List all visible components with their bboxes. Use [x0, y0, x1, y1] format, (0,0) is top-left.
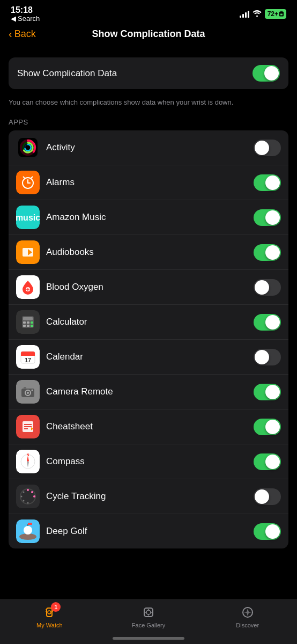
app-icon-camera-remote: [16, 380, 40, 404]
app-icon-activity: [16, 136, 40, 159]
app-row-deep-golf[interactable]: Deep Golf: [9, 514, 288, 548]
discover-icon: [240, 605, 255, 620]
toggle-thumb-calculator: [265, 315, 280, 330]
app-list: Activity Alarms music Amazon Music Audio…: [9, 130, 288, 548]
apps-section-header: APPS: [0, 116, 297, 130]
app-icon-compass: N: [16, 450, 40, 473]
svg-point-60: [23, 492, 25, 493]
svg-point-73: [48, 611, 51, 614]
app-name-calendar: Calendar: [46, 352, 247, 362]
toggle-thumb: [264, 66, 279, 80]
battery-indicator: 72+: [265, 9, 286, 19]
app-row-audiobooks[interactable]: Audiobooks: [9, 235, 288, 270]
app-name-activity: Activity: [46, 142, 247, 153]
toggle-calculator[interactable]: [254, 314, 281, 331]
app-icon-deep-golf: [16, 519, 40, 543]
svg-rect-31: [31, 325, 33, 327]
main-toggle-label: Show Complication Data: [17, 68, 117, 79]
toggle-thumb-camera-remote: [265, 385, 280, 399]
home-indicator: [113, 637, 184, 640]
status-time: 15:18: [11, 6, 33, 14]
toggle-blood-oxygen[interactable]: [254, 279, 281, 296]
back-chevron-icon: ‹: [9, 28, 12, 40]
back-button[interactable]: ‹ Back: [9, 28, 36, 40]
toggle-audiobooks[interactable]: [254, 244, 281, 261]
tab-discover[interactable]: Discover: [198, 604, 297, 628]
app-name-blood-oxygen: Blood Oxygen: [46, 282, 247, 292]
svg-rect-28: [31, 321, 33, 324]
status-left: 15:18 ◀ Search: [11, 6, 40, 23]
toggle-compass[interactable]: [254, 453, 281, 470]
app-row-calculator[interactable]: Calculator: [9, 305, 288, 340]
my-watch-badge: 1: [51, 602, 61, 612]
svg-point-42: [32, 390, 33, 391]
app-name-cycle-tracking: Cycle Tracking: [46, 491, 247, 502]
app-icon-alarms: [16, 171, 40, 194]
app-row-blood-oxygen[interactable]: Blood Oxygen: [9, 270, 288, 305]
app-name-alarms: Alarms: [46, 177, 247, 188]
svg-rect-54: [16, 485, 40, 508]
face-gallery-icon: [141, 605, 156, 620]
app-row-amazon-music[interactable]: music Amazon Music: [9, 200, 288, 235]
svg-text:N: N: [26, 453, 29, 457]
toggle-cheatsheet[interactable]: [254, 419, 281, 435]
toggle-alarms[interactable]: [254, 174, 281, 191]
svg-rect-25: [23, 317, 33, 320]
toggle-thumb-activity: [255, 141, 269, 155]
app-name-deep-golf: Deep Golf: [46, 526, 247, 537]
toggle-thumb-cycle-tracking: [255, 489, 269, 504]
app-icon-audiobooks: [16, 240, 40, 264]
app-icon-cheatsheet: [16, 415, 40, 438]
app-name-compass: Compass: [46, 456, 247, 467]
svg-rect-41: [24, 387, 26, 389]
svg-point-75: [146, 610, 151, 614]
svg-text:music: music: [16, 213, 40, 222]
app-name-cheatsheet: Cheatsheet: [46, 421, 247, 432]
status-right: 72+: [240, 9, 286, 19]
app-name-calculator: Calculator: [46, 317, 247, 327]
svg-point-58: [33, 495, 35, 497]
toggle-cycle-tracking[interactable]: [254, 488, 281, 505]
toggle-thumb-blood-oxygen: [255, 280, 269, 295]
toggle-thumb-alarms: [265, 175, 280, 190]
app-row-compass[interactable]: N Compass: [9, 444, 288, 479]
toggle-thumb-amazon-music: [265, 210, 280, 225]
svg-rect-26: [23, 321, 26, 324]
app-icon-cycle-tracking: [16, 485, 40, 508]
wifi-icon: [253, 10, 262, 18]
app-row-cycle-tracking[interactable]: Cycle Tracking: [9, 479, 288, 514]
svg-point-61: [23, 500, 25, 502]
toggle-amazon-music[interactable]: [254, 209, 281, 226]
app-row-camera-remote[interactable]: Camera Remote: [9, 375, 288, 409]
tab-face-gallery[interactable]: Face Gallery: [99, 604, 198, 628]
svg-rect-27: [27, 321, 29, 324]
app-name-camera-remote: Camera Remote: [46, 386, 247, 397]
description-text: You can choose which complications show …: [0, 96, 297, 116]
svg-point-56: [27, 489, 29, 491]
toggle-camera-remote[interactable]: [254, 384, 281, 400]
svg-point-40: [27, 392, 29, 394]
toggle-deep-golf[interactable]: [254, 523, 281, 540]
app-row-alarms[interactable]: Alarms: [9, 165, 288, 200]
app-icon-calendar: 17: [16, 345, 40, 369]
app-row-activity[interactable]: Activity: [9, 130, 288, 165]
my-watch-icon-wrap: 1: [41, 604, 57, 620]
app-row-calendar[interactable]: 17 Calendar: [9, 340, 288, 375]
toggle-thumb-deep-golf: [265, 524, 280, 539]
toggle-thumb-calendar: [255, 350, 269, 364]
page-title: Show Complication Data: [92, 28, 205, 40]
svg-point-59: [21, 496, 23, 497]
svg-rect-29: [23, 325, 26, 327]
main-toggle-switch[interactable]: [253, 65, 280, 82]
svg-rect-67: [28, 523, 32, 525]
my-watch-label: My Watch: [36, 622, 63, 628]
status-bar: 15:18 ◀ Search 72+: [0, 0, 297, 24]
app-icon-blood-oxygen: [16, 275, 40, 299]
tab-my-watch[interactable]: 1 My Watch: [0, 604, 99, 628]
toggle-activity[interactable]: [254, 140, 281, 156]
svg-text:17: 17: [25, 357, 31, 363]
discover-label: Discover: [236, 622, 259, 628]
toggle-calendar[interactable]: [254, 349, 281, 365]
app-row-cheatsheet[interactable]: Cheatsheet: [9, 409, 288, 444]
toggle-thumb-audiobooks: [265, 245, 280, 260]
